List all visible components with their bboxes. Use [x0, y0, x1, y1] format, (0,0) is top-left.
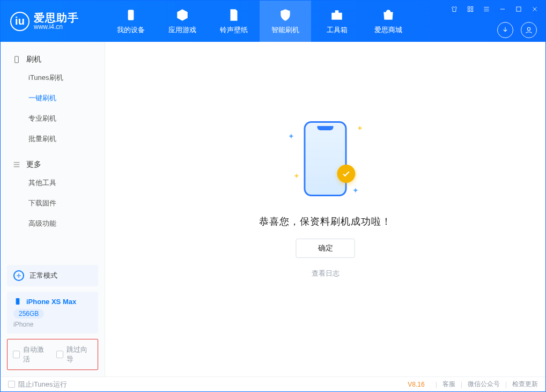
svg-rect-8	[16, 298, 20, 305]
tab-my-device[interactable]: 我的设备	[105, 1, 157, 42]
nav-section-title: 刷机	[1, 51, 105, 68]
sidebar-item-advanced[interactable]: 高级功能	[1, 213, 105, 234]
app-url: www.i4.cn	[34, 24, 79, 31]
sidebar-item-one-click-flash[interactable]: 一键刷机	[1, 88, 105, 108]
toolbox-icon	[330, 8, 344, 22]
logo-block: iu 爱思助手 www.i4.cn	[1, 1, 105, 42]
device-name: iPhone XS Max	[26, 298, 76, 306]
tab-ringtones[interactable]: 铃声壁纸	[208, 1, 260, 42]
block-itunes-checkbox[interactable]: 阻止iTunes运行	[8, 380, 67, 389]
footer-left: 阻止iTunes运行	[8, 380, 67, 389]
auto-activate-checkbox[interactable]: 自动激活	[13, 345, 49, 364]
footer-link-update[interactable]: 检查更新	[512, 380, 538, 389]
sidebar-item-other-tools[interactable]: 其他工具	[1, 173, 105, 193]
mode-icon	[13, 270, 24, 281]
sidebar-item-batch-flash[interactable]: 批量刷机	[1, 129, 105, 149]
maximize-button[interactable]	[513, 4, 524, 14]
tab-flash[interactable]: 智能刷机	[260, 1, 311, 42]
mode-card[interactable]: 正常模式	[7, 265, 98, 286]
logo-text: 爱思助手 www.i4.cn	[34, 12, 79, 31]
tab-label: 应用游戏	[168, 25, 196, 35]
sparkle-icon: ✦	[293, 172, 300, 180]
device-storage-badge: 256GB	[13, 309, 44, 319]
sidebar-item-pro-flash[interactable]: 专业刷机	[1, 108, 105, 129]
minimize-button[interactable]	[497, 4, 508, 14]
footer: 阻止iTunes运行 V8.16 | 客服 | 微信公众号 | 检查更新	[1, 376, 545, 391]
nav-section-title: 更多	[1, 157, 105, 173]
checkbox-box	[13, 351, 20, 358]
svg-rect-1	[468, 6, 470, 9]
account-button[interactable]	[521, 22, 537, 38]
success-message: 恭喜您，保资料刷机成功啦！	[259, 215, 392, 228]
main-tabs: 我的设备 应用游戏 铃声壁纸 智能刷机 工具箱 爱思商城	[105, 1, 414, 42]
window-controls	[449, 4, 540, 14]
device-card[interactable]: iPhone XS Max 256GB iPhone	[7, 292, 98, 334]
svg-rect-2	[471, 6, 473, 9]
sparkle-icon: ✦	[357, 124, 363, 132]
separator: |	[505, 381, 507, 388]
body: 刷机 iTunes刷机 一键刷机 专业刷机 批量刷机 更多 其他工具 下载固件 …	[1, 42, 545, 376]
mode-label: 正常模式	[29, 271, 57, 280]
svg-rect-3	[468, 10, 470, 12]
main-content: ✦ ✦ ✦ ✦ 恭喜您，保资料刷机成功啦！ 确定 查看日志	[105, 42, 545, 376]
footer-link-support[interactable]: 客服	[442, 380, 455, 389]
tab-label: 铃声壁纸	[220, 25, 248, 35]
list-icon	[12, 160, 21, 169]
tab-apps[interactable]: 应用游戏	[157, 1, 208, 42]
checkbox-label: 跳过向导	[67, 345, 92, 364]
phone-icon	[12, 55, 21, 64]
nav-group-more: 更多 其他工具 下载固件 高级功能	[1, 157, 105, 234]
nav-title-label: 刷机	[26, 55, 41, 64]
shirt-icon[interactable]	[449, 4, 460, 14]
sidebar-item-itunes-flash[interactable]: iTunes刷机	[1, 68, 105, 88]
header-right	[449, 1, 545, 42]
tab-store[interactable]: 爱思商城	[363, 1, 414, 42]
checkbox-label: 自动激活	[23, 345, 49, 364]
version-label: V8.16	[408, 381, 424, 388]
svg-rect-5	[517, 7, 521, 11]
checkbox-box	[8, 381, 15, 388]
checkbox-label: 阻止iTunes运行	[18, 380, 67, 389]
svg-rect-7	[15, 56, 19, 63]
sparkle-icon: ✦	[352, 186, 359, 195]
checkmark-badge-icon	[337, 165, 356, 183]
svg-rect-4	[471, 10, 473, 12]
phone-icon	[13, 297, 22, 306]
tab-label: 智能刷机	[271, 25, 299, 35]
ok-button[interactable]: 确定	[296, 239, 355, 258]
footer-right: V8.16 | 客服 | 微信公众号 | 检查更新	[408, 380, 538, 389]
svg-rect-0	[128, 10, 134, 20]
view-log-link[interactable]: 查看日志	[312, 269, 340, 278]
success-illustration: ✦ ✦ ✦ ✦	[272, 113, 379, 204]
sidebar-nav: 刷机 iTunes刷机 一键刷机 专业刷机 批量刷机 更多 其他工具 下载固件 …	[1, 51, 105, 234]
skip-guide-checkbox[interactable]: 跳过向导	[56, 345, 92, 364]
grid-icon[interactable]	[465, 4, 476, 14]
sidebar-bottom: 正常模式 iPhone XS Max 256GB iPhone 自动激活 跳过向…	[1, 265, 105, 376]
shield-refresh-icon	[278, 8, 292, 22]
menu-icon[interactable]	[481, 4, 492, 14]
device-icon	[124, 8, 138, 22]
sidebar: 刷机 iTunes刷机 一键刷机 专业刷机 批量刷机 更多 其他工具 下载固件 …	[1, 42, 105, 376]
success-panel: ✦ ✦ ✦ ✦ 恭喜您，保资料刷机成功啦！ 确定 查看日志	[259, 113, 392, 278]
sparkle-icon: ✦	[288, 132, 294, 140]
download-button[interactable]	[497, 22, 513, 38]
footer-link-wechat[interactable]: 微信公众号	[468, 380, 500, 389]
svg-point-6	[527, 27, 530, 30]
header-actions	[497, 22, 537, 38]
phone-illustration	[304, 121, 347, 196]
tab-label: 我的设备	[117, 25, 145, 35]
sidebar-item-download-firmware[interactable]: 下载固件	[1, 193, 105, 213]
logo-icon: iu	[10, 12, 29, 31]
app-name: 爱思助手	[34, 12, 79, 24]
tab-label: 爱思商城	[374, 25, 402, 35]
device-type: iPhone	[13, 321, 92, 328]
flash-options-box: 自动激活 跳过向导	[7, 339, 98, 370]
cube-icon	[175, 8, 189, 22]
app-header: iu 爱思助手 www.i4.cn 我的设备 应用游戏 铃声壁纸 智能刷机 工具…	[1, 1, 545, 42]
checkbox-box	[56, 351, 63, 358]
tab-toolbox[interactable]: 工具箱	[311, 1, 363, 42]
close-button[interactable]	[529, 4, 540, 14]
music-file-icon	[227, 8, 241, 22]
separator: |	[461, 381, 462, 388]
nav-title-label: 更多	[26, 160, 41, 169]
